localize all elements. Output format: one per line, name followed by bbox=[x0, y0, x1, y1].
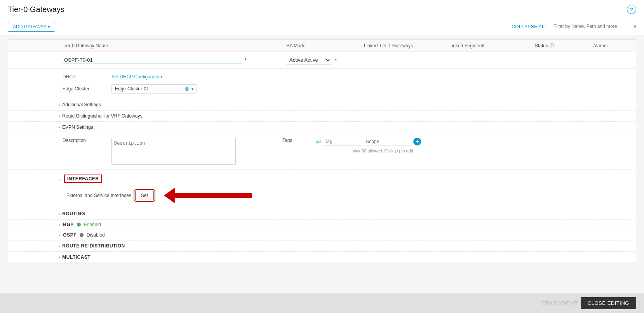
col-header-name: Tier-0 Gateway Name bbox=[63, 43, 286, 48]
dhcp-link[interactable]: Set DHCP Configuration bbox=[111, 74, 162, 80]
route-redistribution-row[interactable]: › ROUTE RE-DISTRIBUTION bbox=[8, 240, 636, 252]
additional-settings-row[interactable]: › Additional Settings bbox=[8, 99, 636, 111]
filter-input[interactable] bbox=[553, 24, 631, 29]
routing-row[interactable]: › ROUTING bbox=[8, 208, 636, 220]
bgp-label: BGP bbox=[63, 222, 73, 227]
evpn-chevron-icon: › bbox=[59, 125, 60, 130]
multicast-label: MULTICAST bbox=[62, 254, 91, 260]
ospf-status-dot bbox=[80, 233, 84, 237]
col-header-status: Status ⓘ bbox=[535, 43, 593, 48]
additional-settings-chevron-icon: › bbox=[59, 103, 60, 107]
bottom-bar: CSDN @NOWSHUT CLOSE EDITING bbox=[0, 293, 644, 302]
name-required-star: * bbox=[244, 57, 246, 63]
red-arrow-annotation bbox=[164, 188, 252, 203]
tags-input-row: 🏷 + bbox=[315, 138, 421, 145]
route-redistribution-label: ROUTE RE-DISTRIBUTION bbox=[62, 243, 125, 249]
tags-row-wrapper: Tags 🏷 + bbox=[282, 138, 421, 145]
table-header-row: Tier-0 Gateway Name HA Mode Linked Tier-… bbox=[8, 40, 636, 52]
edge-cluster-label: Edge Cluster bbox=[63, 86, 105, 92]
toolbar: ADD GATEWAY ▾ COLLAPSE ALL ≡ bbox=[0, 19, 644, 35]
scope-input[interactable] bbox=[364, 138, 411, 145]
tags-label: Tags bbox=[282, 138, 292, 143]
add-gateway-button[interactable]: ADD GATEWAY ▾ bbox=[8, 22, 55, 32]
route-redistribution-chevron-icon: › bbox=[59, 244, 60, 248]
route-distinguisher-label: Route Distinguisher for VRF Gateways bbox=[62, 113, 142, 119]
bgp-chevron-icon: › bbox=[59, 223, 60, 227]
multicast-row[interactable]: › MULTICAST bbox=[8, 252, 636, 263]
col-header-linked-tier1: Linked Tier-1 Gateways bbox=[364, 43, 449, 48]
toolbar-right: COLLAPSE ALL ≡ bbox=[512, 24, 636, 30]
description-col: Description bbox=[63, 138, 236, 165]
set-button[interactable]: Set bbox=[135, 191, 154, 200]
dhcp-label: DHCP bbox=[63, 74, 105, 80]
gateway-name-cell: * bbox=[63, 56, 286, 64]
multicast-chevron-icon: › bbox=[59, 255, 60, 259]
gateway-name-input[interactable] bbox=[63, 56, 242, 64]
route-dist-chevron-icon: › bbox=[59, 114, 60, 118]
col-header-empty bbox=[12, 43, 63, 48]
tags-col: Tags 🏷 + Max 30 allowed. Click (+) to ad… bbox=[282, 138, 421, 165]
description-label: Description bbox=[63, 138, 105, 143]
additional-settings-label: Additional Settings bbox=[62, 102, 101, 107]
edge-cluster-row: Edge Cluster Edge-Cluster-01 ⊗ ▾ bbox=[63, 82, 632, 96]
interfaces-title: INTERFACES bbox=[64, 175, 102, 183]
filter-wrapper: ≡ bbox=[553, 24, 636, 30]
tag-input[interactable] bbox=[323, 138, 362, 145]
evpn-settings-label: EVPN Settings bbox=[62, 125, 93, 130]
close-editing-button[interactable]: CLOSE EDITING bbox=[581, 297, 636, 302]
tags-hint-wrapper: Max 30 allowed. Click (+) to add. bbox=[352, 148, 421, 154]
ospf-row[interactable]: › OSPF Disabled bbox=[8, 230, 636, 240]
ospf-label: OSPF bbox=[63, 232, 77, 238]
edge-cluster-chevron-icon[interactable]: ▾ bbox=[191, 87, 193, 91]
page-title: Tier-0 Gateways bbox=[8, 5, 64, 14]
dhcp-section: DHCP Set DHCP Configuration Edge Cluster… bbox=[8, 69, 636, 99]
add-tag-button[interactable]: + bbox=[413, 138, 421, 145]
edge-cluster-value: Edge-Cluster-01 bbox=[115, 86, 182, 92]
watermark: CSDN @NOWSHUT bbox=[541, 301, 578, 302]
ha-mode-cell: Active Active Active Standby * bbox=[286, 56, 364, 64]
main-content: Tier-0 Gateway Name HA Mode Linked Tier-… bbox=[0, 35, 644, 302]
dhcp-row: DHCP Set DHCP Configuration bbox=[63, 72, 632, 82]
routing-chevron-icon: › bbox=[59, 212, 60, 216]
description-textarea[interactable] bbox=[111, 138, 236, 165]
interfaces-chevron-icon: ⌄ bbox=[59, 177, 62, 181]
bgp-status-text: Enabled bbox=[84, 222, 101, 227]
ospf-status-text: Disabled bbox=[87, 232, 105, 238]
collapse-all-button[interactable]: COLLAPSE ALL bbox=[512, 24, 547, 29]
status-info-icon: ⓘ bbox=[550, 43, 554, 48]
description-tags-section: Description Tags 🏷 + Max 30 allowed. Cli… bbox=[8, 133, 636, 170]
external-interfaces-row: External and Service Interfaces Set bbox=[12, 186, 632, 205]
external-interfaces-label: External and Service Interfaces bbox=[66, 193, 131, 198]
ha-mode-select[interactable]: Active Active Active Standby bbox=[286, 56, 331, 64]
chevron-down-icon: ▾ bbox=[48, 24, 50, 29]
bgp-row[interactable]: › BGP Enabled bbox=[8, 220, 636, 230]
tag-icon: 🏷 bbox=[315, 138, 321, 145]
edge-cluster-selector[interactable]: Edge-Cluster-01 ⊗ ▾ bbox=[111, 84, 197, 93]
interfaces-header[interactable]: ⌄ INTERFACES bbox=[12, 173, 632, 186]
gateway-name-row: * Active Active Active Standby * bbox=[8, 52, 636, 69]
ha-mode-required-star: * bbox=[335, 57, 337, 63]
arrow-body bbox=[174, 193, 252, 198]
bgp-status-dot bbox=[77, 223, 81, 227]
ospf-chevron-icon: › bbox=[59, 233, 60, 237]
arrow-head bbox=[164, 188, 175, 203]
gateway-card: Tier-0 Gateway Name HA Mode Linked Tier-… bbox=[8, 39, 636, 263]
clear-edge-cluster-icon[interactable]: ⊗ bbox=[184, 86, 189, 92]
filter-lines-icon: ≡ bbox=[634, 24, 636, 29]
col-header-linked-segments: Linked Segments bbox=[449, 43, 535, 48]
evpn-settings-row[interactable]: › EVPN Settings bbox=[8, 122, 636, 133]
col-header-ha-mode: HA Mode bbox=[286, 43, 364, 48]
interfaces-section: ⌄ INTERFACES External and Service Interf… bbox=[8, 170, 636, 208]
routing-label: ROUTING bbox=[62, 211, 85, 216]
col-header-alarms: Alarms bbox=[593, 43, 632, 48]
tags-hint: Max 30 allowed. Click (+) to add. bbox=[352, 149, 414, 153]
route-distinguisher-row[interactable]: › Route Distinguisher for VRF Gateways bbox=[8, 111, 636, 122]
help-button[interactable]: ? bbox=[627, 5, 636, 14]
page-header: Tier-0 Gateways ? bbox=[0, 0, 644, 19]
